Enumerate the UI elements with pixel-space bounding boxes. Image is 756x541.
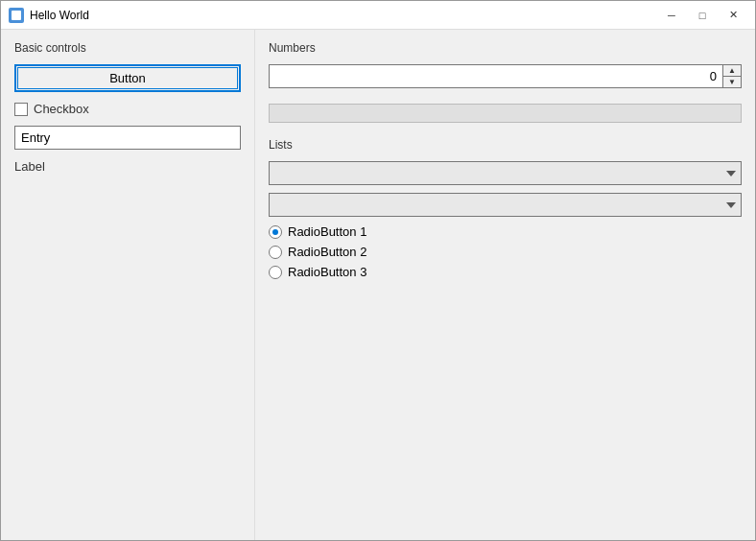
numbers-section: Numbers ▲ ▼ [269, 41, 742, 123]
spinbox-input[interactable] [269, 64, 722, 88]
title-bar-buttons: ─ □ ✕ [657, 5, 747, 26]
slider-container [269, 104, 742, 123]
radio-label-3: RadioButton 3 [288, 265, 366, 279]
spin-buttons: ▲ ▼ [722, 64, 742, 88]
minimize-button[interactable]: ─ [657, 5, 686, 26]
dropdown1[interactable] [269, 161, 742, 185]
close-button[interactable]: ✕ [719, 5, 747, 26]
label-control: Label [14, 159, 45, 174]
radio-label-1: RadioButton 1 [288, 224, 366, 239]
title-bar-left: Hello World [9, 8, 89, 23]
radio-button-3[interactable] [269, 266, 282, 279]
right-panel: Numbers ▲ ▼ Lists [255, 30, 755, 540]
button-control[interactable]: Button [14, 64, 241, 92]
radio-group: RadioButton 1 RadioButton 2 RadioButton … [269, 224, 742, 279]
dropdown1-wrapper [269, 161, 742, 185]
spin-down-button[interactable]: ▼ [723, 77, 741, 87]
left-panel: Basic controls Button Checkbox Label [1, 30, 255, 540]
radio-row-3: RadioButton 3 [269, 265, 742, 279]
radio-button-2[interactable] [269, 246, 282, 259]
spin-up-button[interactable]: ▲ [723, 65, 741, 77]
window-title: Hello World [30, 9, 89, 22]
checkbox-control[interactable] [14, 103, 28, 116]
dropdown2[interactable] [269, 193, 742, 217]
maximize-button[interactable]: □ [688, 5, 717, 26]
app-icon [9, 8, 24, 23]
radio-row-1: RadioButton 1 [269, 224, 742, 239]
main-window: Hello World ─ □ ✕ Basic controls Button … [0, 0, 756, 541]
checkbox-row: Checkbox [14, 102, 241, 116]
radio-row-2: RadioButton 2 [269, 245, 742, 259]
content-area: Basic controls Button Checkbox Label Num… [1, 30, 755, 540]
radio-label-2: RadioButton 2 [288, 245, 366, 259]
title-bar: Hello World ─ □ ✕ [1, 1, 755, 30]
numbers-label: Numbers [269, 41, 742, 55]
checkbox-label: Checkbox [34, 102, 89, 116]
basic-controls-label: Basic controls [14, 41, 241, 55]
entry-input[interactable] [14, 126, 241, 150]
slider-track[interactable] [269, 104, 742, 123]
lists-section: Lists RadioButt [269, 138, 742, 279]
radio-button-1[interactable] [269, 225, 282, 239]
dropdown2-wrapper [269, 193, 742, 217]
lists-label: Lists [269, 138, 742, 152]
spinbox-row: ▲ ▼ [269, 64, 742, 88]
